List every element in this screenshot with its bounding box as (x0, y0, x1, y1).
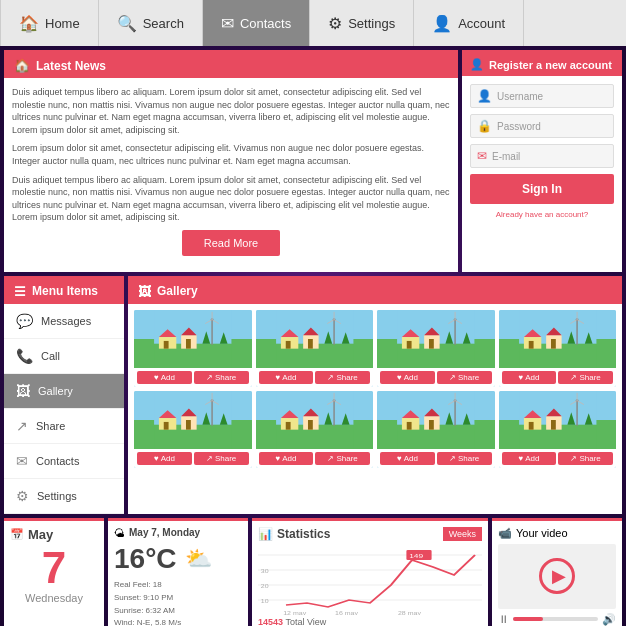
menu-item-contacts[interactable]: ✉ Contacts (4, 444, 124, 479)
stats-total-label: Total View (285, 617, 326, 626)
svg-rect-4 (164, 341, 169, 349)
contacts-menu-icon: ✉ (16, 453, 28, 469)
nav-settings[interactable]: ⚙ Settings (310, 0, 414, 46)
email-field[interactable]: ✉ E-mail (470, 144, 614, 168)
gallery-share-button[interactable]: ↗ Share (437, 371, 492, 384)
gallery-share-button[interactable]: ↗ Share (194, 452, 249, 465)
gallery-share-button[interactable]: ↗ Share (194, 371, 249, 384)
menu-item-messages[interactable]: 💬 Messages (4, 304, 124, 339)
svg-rect-67 (186, 420, 191, 430)
svg-text:30: 30 (261, 568, 269, 574)
main-content: 🏠 Latest News Duis adiquet tempus libero… (0, 46, 626, 626)
username-placeholder: Username (497, 91, 543, 102)
read-more-button[interactable]: Read More (182, 230, 280, 256)
menu-messages-label: Messages (41, 315, 91, 327)
svg-rect-79 (285, 422, 290, 430)
calendar-icon: 📅 (10, 528, 24, 541)
calendar-header: 📅 May (10, 527, 98, 542)
calendar-month: May (28, 527, 53, 542)
gallery-share-button[interactable]: ↗ Share (315, 371, 370, 384)
gallery-share-button[interactable]: ↗ Share (437, 452, 492, 465)
menu-title: Menu Items (32, 284, 98, 298)
gallery-item: ♥ Add ↗ Share (256, 391, 374, 468)
chart-area: 10 20 30 149 12 may 16 may 28 may (258, 545, 482, 615)
weather-sunset: Sunset: 9:10 PM (114, 592, 242, 605)
menu-item-share[interactable]: ↗ Share (4, 409, 124, 444)
gallery-add-button[interactable]: ♥ Add (259, 371, 314, 384)
volume-icon[interactable]: 🔊 (602, 613, 616, 626)
gallery-share-button[interactable]: ↗ Share (315, 452, 370, 465)
settings-icon: ⚙ (328, 14, 342, 33)
calendar-widget: 📅 May 7 Wednesday (4, 518, 104, 626)
share-small-icon: ↗ (327, 454, 334, 463)
gallery-add-button[interactable]: ♥ Add (137, 452, 192, 465)
messages-icon: 💬 (16, 313, 33, 329)
video-progress-bar[interactable] (513, 617, 598, 621)
register-title: Register a new account (489, 59, 612, 71)
gallery-share-button[interactable]: ↗ Share (558, 371, 613, 384)
password-field[interactable]: 🔒 Password (470, 114, 614, 138)
gallery-add-button[interactable]: ♥ Add (502, 371, 557, 384)
svg-text:16 may: 16 may (335, 610, 359, 615)
gallery-item: ♥ Add ↗ Share (377, 391, 495, 468)
register-header: 👤 Register a new account (462, 53, 622, 76)
gallery-add-button[interactable]: ♥ Add (380, 452, 435, 465)
news-body: Duis adiquet tempus libero ac aliquam. L… (4, 78, 458, 272)
news-title: Latest News (36, 59, 106, 73)
menu-share-label: Share (36, 420, 65, 432)
gallery-image (256, 310, 374, 368)
weather-header: 🌤 May 7, Monday (114, 527, 242, 539)
gallery-image (134, 310, 252, 368)
menu-item-call[interactable]: 📞 Call (4, 339, 124, 374)
register-body: 👤 Username 🔒 Password ✉ E-mail Sign In A… (462, 76, 622, 227)
svg-rect-22 (307, 339, 312, 349)
weather-sunrise: Sunrise: 6:32 AM (114, 605, 242, 618)
heart-icon: ♥ (275, 454, 280, 463)
middle-row: ☰ Menu Items 💬 Messages 📞 Call 🖼 Gallery… (4, 276, 622, 514)
nav-account[interactable]: 👤 Account (414, 0, 524, 46)
menu-item-gallery[interactable]: 🖼 Gallery (4, 374, 124, 409)
nav-contacts-label: Contacts (240, 16, 291, 31)
top-row: 🏠 Latest News Duis adiquet tempus libero… (4, 50, 622, 272)
gallery-add-button[interactable]: ♥ Add (502, 452, 557, 465)
video-progress-fill (513, 617, 543, 621)
play-button[interactable]: ▶ (539, 558, 575, 594)
video-header: 📹 Your video (498, 527, 616, 540)
gallery-add-button[interactable]: ♥ Add (259, 452, 314, 465)
svg-rect-49 (528, 341, 533, 349)
gallery-image (499, 310, 617, 368)
weather-wind: Wind: N-E, 5.8 M/s (114, 617, 242, 626)
nav-contacts[interactable]: ✉ Contacts (203, 0, 310, 46)
gallery-add-button[interactable]: ♥ Add (137, 371, 192, 384)
register-icon: 👤 (470, 58, 484, 71)
email-placeholder: E-mail (492, 151, 520, 162)
video-controls: ⏸ 🔊 (498, 613, 616, 626)
svg-text:20: 20 (261, 583, 269, 589)
weather-icon: 🌤 (114, 527, 125, 539)
gallery-image (499, 391, 617, 449)
video-icon: 📹 (498, 527, 512, 540)
sign-in-button[interactable]: Sign In (470, 174, 614, 204)
video-player: ▶ (498, 544, 616, 609)
nav-search[interactable]: 🔍 Search (99, 0, 203, 46)
pause-icon[interactable]: ⏸ (498, 613, 509, 625)
heart-icon: ♥ (397, 373, 402, 382)
gallery-share-button[interactable]: ↗ Share (558, 452, 613, 465)
svg-rect-82 (307, 420, 312, 430)
menu-item-settings[interactable]: ⚙ Settings (4, 479, 124, 514)
stats-week-button[interactable]: Weeks (443, 527, 482, 541)
gallery-image (134, 391, 252, 449)
gallery-image (377, 391, 495, 449)
gallery-header-icon: 🖼 (138, 284, 151, 299)
already-account-link[interactable]: Already have an account? (470, 210, 614, 219)
share-icon: ↗ (16, 418, 28, 434)
menu-settings-label: Settings (37, 490, 77, 502)
menu-header: ☰ Menu Items (4, 279, 124, 304)
share-small-icon: ↗ (449, 454, 456, 463)
nav-home[interactable]: 🏠 Home (0, 0, 99, 46)
gallery-add-button[interactable]: ♥ Add (380, 371, 435, 384)
call-icon: 📞 (16, 348, 33, 364)
svg-rect-109 (528, 422, 533, 430)
heart-icon: ♥ (518, 373, 523, 382)
username-field[interactable]: 👤 Username (470, 84, 614, 108)
